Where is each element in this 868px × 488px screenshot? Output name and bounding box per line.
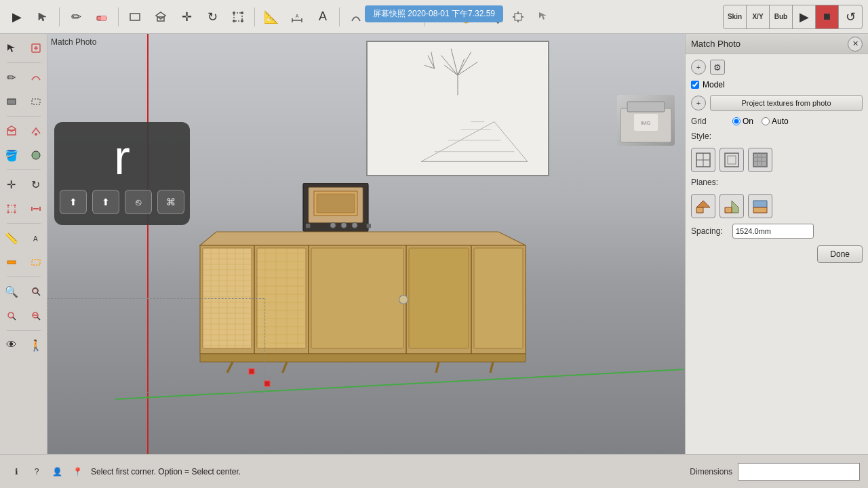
sidebar-zoom-extent[interactable] bbox=[0, 304, 23, 327]
sidebar-tape[interactable]: 📏 bbox=[0, 226, 23, 249]
kbd-cmd-btn[interactable]: ⌘ bbox=[157, 190, 184, 214]
sidebar-protractor[interactable]: A bbox=[24, 226, 47, 249]
plane-icon-2[interactable] bbox=[719, 194, 744, 218]
sidebar-eye[interactable]: 👁 bbox=[0, 333, 23, 357]
spacing-input[interactable] bbox=[732, 224, 814, 239]
sidebar-section-b[interactable] bbox=[24, 251, 47, 274]
sidebar-scale-tool[interactable] bbox=[0, 197, 23, 220]
kbd-esc-btn[interactable]: ⎋ bbox=[125, 190, 152, 214]
kbd-up-btn[interactable]: ⬆ bbox=[60, 190, 87, 214]
viewport[interactable]: Match Photo bbox=[47, 34, 868, 454]
svg-rect-128 bbox=[311, 248, 403, 348]
sidebar-pencil[interactable]: ✏ bbox=[0, 66, 23, 89]
tool-pencil[interactable]: ✏ bbox=[64, 5, 87, 28]
sidebar-pair-9 bbox=[0, 251, 47, 274]
status-icons: ℹ ? 👤 📍 bbox=[8, 464, 85, 480]
grid-on-label[interactable]: On bbox=[732, 117, 753, 126]
sidebar-material[interactable] bbox=[24, 144, 47, 167]
grid-auto-radio[interactable] bbox=[762, 117, 770, 125]
svg-point-129 bbox=[399, 296, 408, 304]
sidebar-move[interactable]: ✛ bbox=[0, 173, 23, 196]
reload-btn[interactable]: ↺ bbox=[839, 5, 862, 28]
model-checkbox-label[interactable]: Model bbox=[691, 80, 725, 89]
sidebar-walk[interactable]: 🚶 bbox=[24, 333, 47, 357]
tool-push-pull[interactable] bbox=[149, 5, 172, 28]
sidebar-pair-4 bbox=[0, 119, 47, 142]
grid-radio-group: On Auto bbox=[732, 117, 789, 126]
status-person-btn[interactable]: 👤 bbox=[49, 464, 65, 480]
sidebar-pair-6: ✛ ↻ bbox=[0, 173, 47, 196]
tool-rectangle[interactable] bbox=[123, 5, 146, 28]
sidebar-stretch[interactable] bbox=[24, 197, 47, 220]
sidebar-dotted-rect[interactable] bbox=[24, 90, 47, 113]
skin-btn[interactable]: Skin bbox=[724, 5, 747, 28]
plane-icon-1[interactable] bbox=[691, 194, 715, 218]
tool-dimension[interactable]: A bbox=[285, 5, 309, 28]
svg-line-45 bbox=[37, 293, 40, 296]
bub-btn[interactable]: Bub bbox=[770, 5, 793, 28]
sidebar-select[interactable] bbox=[24, 37, 47, 60]
project-textures-btn[interactable]: Project textures from photo bbox=[710, 95, 863, 111]
project-plus-btn[interactable]: + bbox=[691, 96, 706, 110]
settings-btn[interactable]: ⚙ bbox=[710, 60, 725, 75]
done-button[interactable]: Done bbox=[817, 245, 863, 263]
svg-rect-41 bbox=[7, 261, 16, 264]
sidebar-push-pull[interactable] bbox=[0, 119, 23, 142]
panel-content: + ⚙ Model + Project textures from photo … bbox=[686, 54, 868, 268]
kbd-up2-btn[interactable]: ⬆ bbox=[92, 190, 119, 214]
sidebar-zoom-window[interactable] bbox=[24, 280, 47, 303]
sidebar-pair-1 bbox=[0, 37, 47, 60]
panel-actions-row: + ⚙ bbox=[691, 60, 863, 75]
planes-label: Planes: bbox=[691, 178, 718, 187]
tool-zoom-extents[interactable] bbox=[507, 5, 530, 28]
tool-scale[interactable] bbox=[226, 5, 250, 28]
sidebar-rotate-tool[interactable]: ↻ bbox=[24, 173, 47, 196]
sidebar-paint[interactable]: 🪣 bbox=[0, 144, 23, 167]
play-btn[interactable]: ▶ bbox=[793, 5, 816, 28]
tool-eraser[interactable] bbox=[90, 5, 113, 28]
sidebar-zoom-tool[interactable]: 🔍 bbox=[0, 280, 23, 303]
model-checkbox[interactable] bbox=[691, 81, 699, 89]
grid-auto-label[interactable]: Auto bbox=[762, 117, 789, 126]
sidebar-arrow[interactable] bbox=[0, 37, 23, 60]
dimensions-input[interactable] bbox=[738, 463, 860, 481]
stop-btn[interactable]: ■ bbox=[816, 5, 839, 28]
sidebar-zoom-prev[interactable] bbox=[24, 304, 47, 327]
tool-select-all[interactable] bbox=[532, 5, 555, 28]
status-info-btn[interactable]: ℹ bbox=[8, 464, 24, 480]
svg-text:A: A bbox=[33, 235, 38, 243]
sidebar-follow-me[interactable] bbox=[24, 119, 47, 142]
tool-rotate[interactable]: ↻ bbox=[201, 5, 224, 28]
svg-point-31 bbox=[32, 151, 40, 159]
wall-photo bbox=[366, 41, 549, 176]
tool-select[interactable] bbox=[31, 5, 54, 28]
xy-btn[interactable]: X/Y bbox=[747, 5, 770, 28]
grid-on-radio[interactable] bbox=[732, 117, 741, 125]
status-help-btn[interactable]: ? bbox=[28, 464, 45, 480]
sidebar-rect[interactable] bbox=[0, 90, 23, 113]
planes-icons-group bbox=[691, 194, 772, 218]
tool-tape[interactable]: 📐 bbox=[260, 5, 283, 28]
sep3 bbox=[254, 7, 255, 26]
tool-move[interactable]: ✛ bbox=[175, 5, 198, 28]
svg-point-6 bbox=[233, 12, 235, 14]
sidebar-curve[interactable] bbox=[24, 66, 47, 89]
style-icon-box3[interactable] bbox=[748, 148, 772, 172]
style-icon-box2[interactable] bbox=[719, 148, 744, 172]
red-marker-2 bbox=[263, 378, 271, 386]
grid-row: Grid On Auto bbox=[691, 117, 863, 126]
tool-arc[interactable] bbox=[344, 5, 368, 28]
sidebar-section[interactable] bbox=[0, 251, 23, 274]
tool-text[interactable]: A bbox=[311, 5, 334, 28]
add-photo-btn[interactable]: + bbox=[691, 60, 706, 75]
panel-close-btn[interactable]: ✕ bbox=[848, 37, 863, 52]
style-icon-box1[interactable] bbox=[691, 148, 715, 172]
plane-icon-3[interactable] bbox=[748, 194, 772, 218]
sidebar-sep-2 bbox=[7, 116, 41, 117]
svg-line-49 bbox=[37, 317, 40, 320]
sep2 bbox=[118, 7, 119, 26]
tool-arrow[interactable]: ▶ bbox=[5, 5, 28, 28]
sidebar-pair-12: 👁 🚶 bbox=[0, 333, 47, 357]
match-photo-label: Match Photo bbox=[51, 37, 96, 47]
status-geo-btn[interactable]: 📍 bbox=[69, 464, 85, 480]
